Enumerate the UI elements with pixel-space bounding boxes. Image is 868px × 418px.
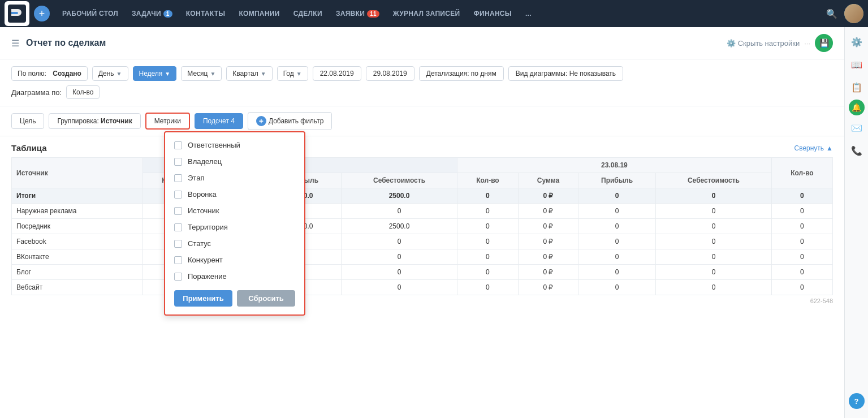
sidebar-envelope-icon[interactable]: ✉️: [847, 118, 867, 138]
data-cell: 0: [578, 280, 655, 295]
dropdown-item-status[interactable]: Статус: [165, 235, 304, 252]
add-filter-button[interactable]: + Добавить фильтр: [248, 112, 332, 130]
day-filter-button[interactable]: День ▼: [92, 66, 128, 81]
logo[interactable]: [5, 1, 29, 26]
dropdown-item-competitor[interactable]: Конкурент: [165, 252, 304, 268]
data-cell: 0 ₽: [518, 204, 578, 219]
apply-button[interactable]: Применить: [174, 290, 232, 307]
data-cell: 0: [342, 280, 457, 295]
table-row: Вебсайт00 ₽0000 ₽000: [12, 280, 833, 295]
data-cell: 0: [342, 204, 457, 219]
col-cost-2: Себестоимость: [656, 173, 772, 188]
sidebar-mail-icon[interactable]: 📋: [847, 77, 867, 97]
nav-item-companies[interactable]: КОМПАНИИ: [233, 6, 285, 21]
sidebar-phone-icon[interactable]: 📞: [847, 140, 867, 161]
nav-item-journal[interactable]: ЖУРНАЛ ЗАПИСЕЙ: [387, 6, 466, 21]
sidebar-notification-icon[interactable]: 🔔: [849, 100, 865, 115]
col-kol-vo-2: Кол-во: [457, 173, 518, 188]
quarter-filter-button[interactable]: Квартал ▼: [226, 66, 272, 81]
month-filter-button[interactable]: Месяц ▼: [181, 66, 222, 81]
date-from-button[interactable]: 22.08.2019: [313, 66, 361, 81]
year-filter-button[interactable]: Год ▼: [277, 66, 308, 81]
data-cell: 2500.0: [342, 188, 457, 204]
chart-type-button[interactable]: Вид диаграммы: Не показывать: [508, 66, 623, 81]
checkbox-funnel[interactable]: [174, 191, 182, 199]
source-cell: Вебсайт: [12, 280, 143, 295]
leads-badge: 11: [367, 10, 379, 18]
table-row: Facebook0000 ₽000: [12, 234, 833, 249]
data-cell: 0: [457, 249, 518, 265]
dropdown-item-responsible[interactable]: Ответственный: [165, 137, 304, 153]
add-button[interactable]: +: [34, 6, 50, 21]
table-row: Наружная реклама0000 ₽000: [12, 204, 833, 219]
dropdown-item-owner[interactable]: Владелец: [165, 153, 304, 170]
detail-button[interactable]: Детализация: по дням: [419, 66, 504, 81]
report-table: Источник 23.08.19 Кол-во Кол-во Сумма Пр…: [11, 157, 833, 295]
nav-item-leads[interactable]: ЗАЯВКИ 11: [330, 6, 385, 21]
nav-item-desktop[interactable]: РАБОЧИЙ СТОЛ: [57, 6, 124, 21]
nav-item-contacts[interactable]: КОНТАКТЫ: [180, 6, 231, 21]
data-cell: 0: [457, 234, 518, 249]
col-profit-2: Прибыль: [578, 173, 655, 188]
source-cell: Facebook: [12, 234, 143, 249]
plus-icon: +: [256, 116, 266, 126]
data-cell: 0: [771, 234, 832, 249]
checkbox-status[interactable]: [174, 240, 182, 248]
subcalc-button[interactable]: Подсчет 4: [195, 113, 243, 129]
dropdown-item-defeat[interactable]: Поражение: [165, 268, 304, 285]
nav-item-more[interactable]: ...: [520, 6, 537, 21]
data-cell: 0: [578, 249, 655, 265]
checkbox-owner[interactable]: [174, 158, 182, 166]
data-cell: 0 ₽: [518, 265, 578, 280]
col-summa-2: Сумма: [518, 173, 578, 188]
source-cell: Блог: [12, 265, 143, 280]
checkbox-stage[interactable]: [174, 174, 182, 182]
diagram-value-button[interactable]: Кол-во: [66, 85, 100, 99]
sidebar-bottom: ?: [849, 393, 865, 409]
diagram-row: Диаграмма по: Кол-во: [11, 85, 833, 99]
data-cell: 0 ₽: [518, 188, 578, 204]
metrics-button[interactable]: Метрики: [145, 113, 190, 130]
data-cell: 0: [656, 249, 772, 265]
chevron-down-icon: ▼: [116, 71, 122, 77]
date-to-button[interactable]: 29.08.2019: [366, 66, 414, 81]
chevron-down-icon: ▼: [210, 71, 215, 77]
checkbox-competitor[interactable]: [174, 256, 182, 264]
checkbox-responsible[interactable]: [174, 141, 182, 149]
sidebar-settings-icon[interactable]: ⚙️: [847, 32, 867, 52]
checkbox-defeat[interactable]: [174, 273, 182, 281]
help-button[interactable]: ?: [849, 393, 865, 409]
controls-row: Цель Группировка: Источник Метрики Подсч…: [0, 106, 844, 136]
checkbox-source[interactable]: [174, 207, 182, 215]
collapse-button[interactable]: Свернуть ▲: [794, 144, 833, 152]
source-cell: Посредник: [12, 219, 143, 234]
data-cell: 0: [771, 204, 832, 219]
week-filter-button[interactable]: Неделя ▼: [133, 66, 177, 81]
checkbox-territory[interactable]: [174, 223, 182, 231]
chevron-down-icon: ▼: [165, 71, 170, 77]
version-info: 622-548: [11, 295, 833, 304]
dropdown-item-source[interactable]: Источник: [165, 202, 304, 219]
dropdown-item-stage[interactable]: Этап: [165, 170, 304, 186]
avatar[interactable]: [844, 4, 863, 23]
grouping-button[interactable]: Группировка: Источник: [49, 113, 140, 129]
dropdown-item-funnel[interactable]: Воронка: [165, 186, 304, 202]
search-icon[interactable]: 🔍: [824, 6, 840, 21]
table-row: ВКонтакте0000 ₽000: [12, 249, 833, 265]
data-cell: 0: [656, 265, 772, 280]
goal-button[interactable]: Цель: [11, 113, 44, 129]
data-cell: 0: [457, 204, 518, 219]
nav-item-tasks[interactable]: ЗАДАЧИ 1: [126, 6, 178, 21]
field-filter-button[interactable]: По полю: Создано: [11, 66, 88, 81]
menu-icon[interactable]: ☰: [11, 38, 19, 49]
hide-settings-button[interactable]: ⚙️ Скрыть настройки: [727, 39, 800, 48]
dropdown-actions: Применить Сбросить: [165, 285, 304, 310]
main-content: ☰ Отчет по сделкам ⚙️ Скрыть настройки ·…: [0, 27, 844, 418]
nav-item-finance[interactable]: ФИНАНСЫ: [468, 6, 517, 21]
chevron-down-icon: ▼: [296, 71, 302, 77]
reset-button[interactable]: Сбросить: [237, 290, 295, 307]
nav-item-deals[interactable]: СДЕЛКИ: [288, 6, 328, 21]
sidebar-book-icon[interactable]: 📖: [847, 54, 867, 75]
dropdown-item-territory[interactable]: Территория: [165, 219, 304, 235]
save-button[interactable]: 💾: [815, 34, 833, 52]
